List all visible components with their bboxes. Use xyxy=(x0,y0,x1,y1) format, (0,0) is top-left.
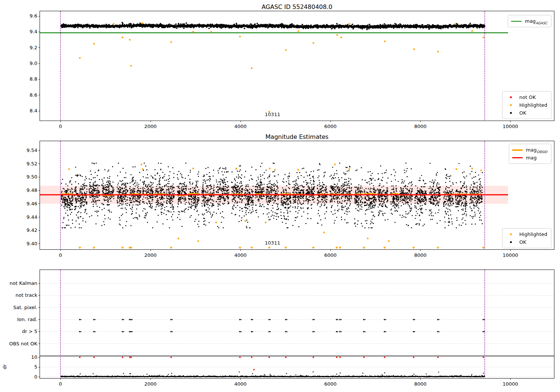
x-tick-label: 6000 xyxy=(315,124,345,129)
legend-point-types-top: not OK Highlighted OK xyxy=(502,91,551,119)
mag-agasc-line-swatch xyxy=(511,21,522,22)
x-tick-mark xyxy=(330,121,331,122)
legend-label-mag-agasc: magAGASC xyxy=(525,18,547,24)
y-tick-label: 9.42 xyxy=(19,227,37,233)
legend-row: magAGASC xyxy=(511,17,547,25)
y-tick-label: 9.4 xyxy=(19,29,37,34)
x-tick-mark xyxy=(150,249,151,251)
x-tick-mark xyxy=(60,249,61,251)
legend-row: not OK xyxy=(505,93,547,101)
plot-middle-canvas xyxy=(40,141,554,249)
x-tick-label: 2000 xyxy=(136,381,165,387)
y-tick-mark xyxy=(38,203,40,204)
y-tick-mark xyxy=(38,164,40,164)
x-tick-label: 6000 xyxy=(315,252,345,258)
y-tick-label: 9.0 xyxy=(19,60,37,66)
legend-mag-agasc: magAGASC xyxy=(508,15,551,27)
x-tick-mark xyxy=(150,378,151,380)
y-tick-mark xyxy=(38,32,40,32)
y-tick-label: 9.2 xyxy=(19,45,37,50)
legend-row: Highlighted xyxy=(505,230,547,238)
x-tick-label: 10000 xyxy=(495,381,525,387)
legend-label-not-ok: not OK xyxy=(519,94,536,100)
y-tick-mark xyxy=(38,16,40,16)
x-tick-mark xyxy=(240,121,241,122)
y-tick-mark xyxy=(38,79,40,80)
x-tick-mark xyxy=(420,249,421,251)
highlighted-dot-icon xyxy=(505,233,516,235)
legend-label-mag-obsid: magOBSID xyxy=(526,147,547,153)
flag-row-label: not track xyxy=(1,292,37,298)
y-tick-mark xyxy=(38,177,40,177)
obsid-annotation-middle: 10311 xyxy=(261,240,284,246)
legend-label-highlighted: Highlighted xyxy=(519,231,547,237)
y-tick-mark xyxy=(38,377,40,377)
x-tick-mark xyxy=(420,378,421,380)
flag-row-label: Ion. rad. xyxy=(1,317,37,322)
dr-tick-label: 0 xyxy=(19,374,37,380)
obsid-annotation-top: 10311 xyxy=(261,112,284,117)
x-tick-mark xyxy=(240,378,241,380)
y-tick-mark xyxy=(38,47,40,48)
y-tick-mark xyxy=(38,295,40,296)
y-tick-mark xyxy=(38,357,40,358)
flag-row-label: OBS not OK xyxy=(1,341,37,346)
mag-obsid-line-swatch xyxy=(512,149,523,151)
x-tick-label: 2000 xyxy=(136,252,165,258)
ok-dot-icon xyxy=(505,112,516,114)
plot-top-title: AGASC ID 552480408.0 xyxy=(40,3,554,10)
not-ok-dot-icon xyxy=(505,96,516,98)
plot-top-canvas xyxy=(40,11,554,121)
y-tick-mark xyxy=(38,307,40,308)
highlighted-dot-icon xyxy=(505,104,516,106)
flag-row-label: Sat. pixel. xyxy=(1,305,37,310)
y-tick-mark xyxy=(38,283,40,284)
x-tick-label: 10000 xyxy=(495,252,525,258)
plot-bottom-canvas xyxy=(40,270,554,378)
x-tick-mark xyxy=(420,121,421,122)
legend-label-highlighted: Highlighted xyxy=(519,102,547,108)
legend-point-types-middle: Highlighted OK xyxy=(502,228,551,248)
figure: AGASC ID 552480408.0 Magnitude Estimates… xyxy=(0,0,560,392)
y-tick-label: 9.54 xyxy=(19,147,37,153)
x-tick-mark xyxy=(240,249,241,251)
y-tick-label: 8.6 xyxy=(19,92,37,98)
x-tick-label: 0 xyxy=(46,124,75,129)
x-tick-mark xyxy=(60,378,61,380)
y-tick-mark xyxy=(38,332,40,332)
x-tick-label: 0 xyxy=(46,381,75,387)
legend-label-ok: OK xyxy=(519,239,526,245)
y-tick-mark xyxy=(38,367,40,367)
y-tick-label: 8.8 xyxy=(19,76,37,82)
x-tick-label: 4000 xyxy=(225,381,255,387)
x-tick-label: 2000 xyxy=(136,124,165,129)
x-tick-mark xyxy=(60,121,61,122)
dr-axis-label: dr xyxy=(2,364,7,370)
x-tick-label: 10000 xyxy=(495,124,525,129)
y-tick-mark xyxy=(38,95,40,95)
legend-row: mag xyxy=(512,154,547,162)
x-tick-label: 8000 xyxy=(405,252,435,258)
x-tick-mark xyxy=(150,121,151,122)
y-tick-mark xyxy=(38,150,40,151)
y-tick-mark xyxy=(38,63,40,64)
y-tick-label: 9.50 xyxy=(19,174,37,180)
y-tick-mark xyxy=(38,217,40,217)
y-tick-label: 9.40 xyxy=(19,241,37,246)
plot-middle-title: Magnitude Estimates xyxy=(40,133,554,140)
y-tick-mark xyxy=(38,190,40,191)
legend-row: OK xyxy=(505,238,547,246)
y-tick-mark xyxy=(38,111,40,111)
flag-row-label: not Kalman xyxy=(1,280,37,286)
x-tick-mark xyxy=(510,378,511,380)
x-tick-label: 4000 xyxy=(225,124,255,129)
legend-row: magOBSID xyxy=(512,146,547,154)
x-tick-label: 8000 xyxy=(405,381,435,387)
legend-label-ok: OK xyxy=(519,110,526,116)
flag-row-label: dr > 5 xyxy=(1,329,37,334)
x-tick-label: 6000 xyxy=(315,381,345,387)
legend-row: OK xyxy=(505,109,547,117)
x-tick-mark xyxy=(510,249,511,251)
y-tick-mark xyxy=(38,343,40,344)
x-tick-mark xyxy=(330,378,331,380)
